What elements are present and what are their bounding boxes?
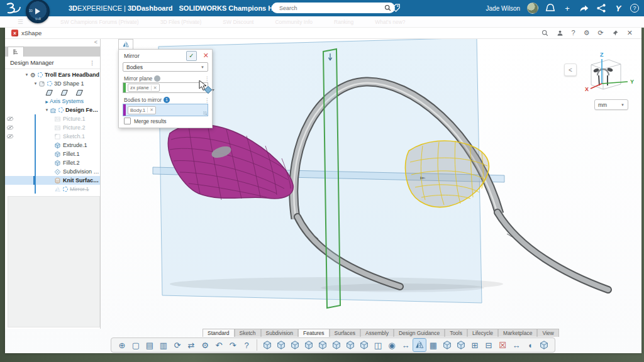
body-chip[interactable]: Body.1✕ [128, 106, 156, 114]
settings-gear-icon[interactable]: ⚙ [584, 30, 590, 36]
search-input[interactable] [278, 4, 384, 12]
help-icon[interactable]: ? [630, 4, 639, 13]
tab-tools[interactable]: Tools [445, 329, 467, 337]
tree-item-mirror-1[interactable]: Mirror.1 [5, 185, 100, 194]
mirror-icon[interactable] [413, 339, 426, 351]
resize-handle[interactable] [203, 111, 207, 115]
tree-item-picture-2[interactable]: Picture.2 [5, 123, 100, 132]
tree-item-picture-1[interactable]: Picture.1 [5, 114, 100, 123]
refresh-icon[interactable]: ⟳ [598, 30, 604, 36]
viewport-panel-collapse-button[interactable]: < [564, 63, 577, 76]
bend-icon[interactable] [441, 339, 453, 351]
options-icon[interactable]: ⚙ [199, 339, 211, 351]
tab-assembly[interactable]: Assembly [360, 329, 394, 337]
x-axis-label[interactable]: X [585, 86, 589, 92]
search-box[interactable] [272, 3, 395, 13]
merge-results-row[interactable]: Merge results [124, 118, 167, 124]
save-as-icon[interactable]: ▥ [157, 339, 170, 351]
notification-bell-icon[interactable] [545, 3, 555, 13]
help-icon[interactable]: ? [572, 30, 575, 36]
update-icon[interactable]: ⟳ [171, 339, 184, 351]
tab-standard[interactable]: Standard [203, 329, 235, 337]
pattern-icon[interactable]: ▦ [427, 339, 440, 351]
stiffener-icon[interactable] [455, 339, 467, 351]
shell-icon[interactable] [358, 339, 370, 351]
sweep-spline-icon[interactable] [316, 339, 329, 351]
tab-view[interactable]: View [537, 329, 558, 337]
undo-icon[interactable]: ↶ [213, 339, 225, 351]
tag-icon[interactable] [391, 3, 401, 13]
tab-marketplace[interactable]: Marketplace [498, 329, 537, 337]
insert-model-icon[interactable]: ⊕ [116, 339, 128, 351]
corner-shape-icon[interactable] [538, 339, 550, 351]
search-icon[interactable] [541, 30, 548, 36]
mirror-plane-field[interactable]: zx plane✕ [123, 82, 208, 93]
tree-item-reference-planes[interactable] [5, 88, 100, 97]
dashboard-tab-4[interactable]: Ranking [334, 19, 353, 25]
units-dropdown[interactable]: mm ▼ [594, 99, 628, 110]
plane-yz-icon[interactable] [59, 89, 69, 96]
search-icon[interactable] [384, 4, 391, 11]
tree-item-troll-ears-headband[interactable]: ▼ ⚙ Troll Ears Headband [5, 70, 100, 79]
merge-results-checkbox[interactable] [124, 118, 131, 124]
avatar[interactable] [527, 3, 538, 14]
exchange-icon[interactable]: ⇄ [185, 339, 197, 351]
dashboard-tab-0[interactable]: SW Champions Forums (Private) [60, 19, 139, 25]
remove-icon[interactable]: ✕ [151, 85, 157, 90]
tab-features[interactable]: Features [298, 329, 330, 337]
bodies-to-mirror-field[interactable]: Body.1✕ [123, 104, 208, 116]
tree-item-design-features[interactable]: ▼ Design Features [5, 106, 100, 114]
user-share-icon[interactable] [557, 30, 564, 36]
cancel-button[interactable]: ✕ [203, 51, 209, 60]
close-icon[interactable]: ✕ [627, 30, 633, 36]
tree-item-axis-systems[interactable]: ▶ Axis Systems [5, 97, 100, 106]
primitive-box-icon[interactable] [261, 339, 274, 351]
caret-down-icon[interactable]: ▼ [44, 108, 50, 112]
tab-surfaces[interactable]: Surfaces [330, 329, 361, 337]
swym-icon[interactable]: Y [613, 3, 623, 13]
tab-subdivision[interactable]: Subdivision [261, 329, 298, 337]
tree-item-extrude-1[interactable]: Extrude.1 [5, 141, 100, 150]
tree-tab[interactable] [8, 47, 24, 57]
tree-item-subdivision-surface-1[interactable]: Subdivision Surface.1 [5, 167, 100, 176]
row-menu-icon[interactable]: ⋮ [204, 76, 209, 82]
dashboard-tab-3[interactable]: Community Info [275, 19, 313, 25]
y-axis-label[interactable]: Y [630, 79, 634, 85]
split-icon[interactable]: ◫ [372, 339, 384, 351]
mirror-type-select[interactable]: Bodies ▼ [123, 62, 208, 72]
help-icon[interactable]: ? [240, 339, 253, 351]
share-arrow-icon[interactable] [579, 3, 589, 13]
z-axis-label[interactable]: Z [600, 52, 604, 58]
row-menu-icon[interactable]: ⋮ [204, 97, 209, 103]
add-icon[interactable]: + [562, 3, 572, 13]
pin-icon[interactable] [612, 30, 619, 36]
compass-menu-button[interactable]: 3D V+R [26, 0, 50, 23]
tree-item-3d-shape-1[interactable]: ▼ 3D Shape 1 [5, 79, 100, 88]
plane-zx-icon[interactable] [74, 89, 84, 96]
panel-menu-icon[interactable]: ⋮ [89, 60, 95, 66]
boolean-subtract-icon[interactable]: ⊟ [482, 339, 495, 351]
caret-down-icon[interactable]: ▼ [24, 73, 30, 77]
hidden-eye-icon[interactable] [6, 125, 14, 130]
share-nodes-icon[interactable] [596, 3, 606, 13]
caret-down-icon[interactable]: ▼ [33, 82, 38, 85]
mirror-dialog-tab[interactable] [118, 39, 133, 50]
panel-collapse-icon[interactable]: < [94, 39, 97, 45]
tree-item-knit-surface-1[interactable]: Knit Surface.1 [5, 176, 100, 185]
caret-right-icon[interactable]: ▶ [44, 99, 50, 104]
open-model-icon[interactable]: ▢ [130, 339, 142, 351]
dashboard-tab-1[interactable]: 3D Files (Private) [160, 19, 202, 25]
thicken-icon[interactable] [344, 339, 357, 351]
ok-button[interactable]: ✓ [186, 51, 197, 61]
tree-item-fillet-1[interactable]: Fillet.1 [5, 150, 100, 158]
plane-xy-icon[interactable] [44, 89, 54, 96]
tab-design-guidance[interactable]: Design Guidance [394, 329, 445, 337]
move-body-icon[interactable]: ↔ [510, 339, 523, 351]
sweep-icon[interactable] [303, 339, 315, 351]
loft-icon[interactable] [330, 339, 343, 351]
hidden-eye-icon[interactable] [6, 116, 14, 121]
tree-item-sketch-1[interactable]: Sketch.1 [5, 132, 100, 141]
dashboard-tab-5[interactable]: What's new? [375, 19, 405, 25]
tree-item-fillet-2[interactable]: Fillet.2 [5, 158, 100, 167]
remove-icon[interactable]: ✕ [147, 107, 153, 112]
